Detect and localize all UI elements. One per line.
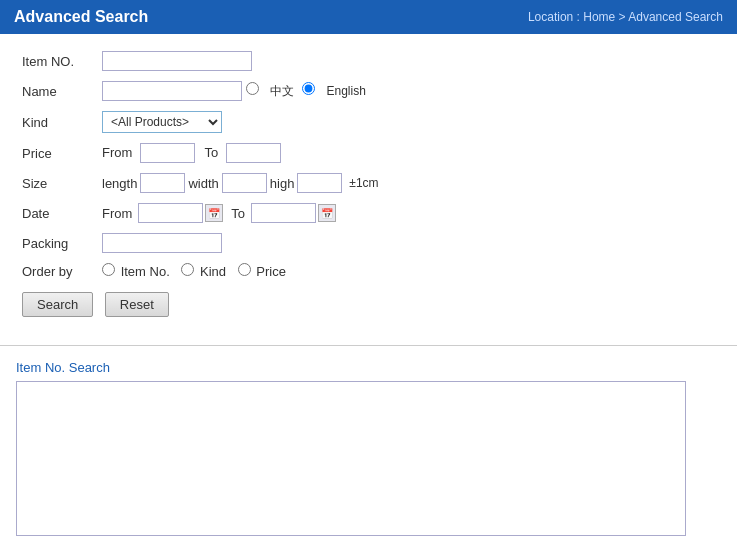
order-price-radio[interactable]	[238, 263, 251, 276]
size-group: length width high ±1cm	[102, 173, 715, 193]
date-from-calendar-icon[interactable]: 📅	[205, 204, 223, 222]
date-row: Date From 📅 To 📅	[16, 198, 721, 228]
high-label: high	[270, 176, 295, 191]
price-from-label: From	[102, 145, 132, 160]
price-label: Price	[16, 138, 96, 168]
size-row: Size length width high ±1cm	[16, 168, 721, 198]
width-input[interactable]	[222, 173, 267, 193]
item-search-textarea[interactable]	[16, 381, 686, 536]
packing-field-cell	[96, 228, 721, 258]
name-row: Name 中文 English	[16, 76, 721, 106]
date-from-label: From	[102, 206, 132, 221]
pm-label: ±1cm	[349, 176, 378, 190]
breadcrumb: Location : Home > Advanced Search	[528, 10, 723, 24]
date-to-calendar-icon[interactable]: 📅	[318, 204, 336, 222]
length-input[interactable]	[140, 173, 185, 193]
order-by-field-cell: Item No. Kind Price	[96, 258, 721, 284]
lang-english-radio[interactable]	[302, 82, 315, 95]
high-input[interactable]	[297, 173, 342, 193]
date-field-cell: From 📅 To 📅	[96, 198, 721, 228]
page-title: Advanced Search	[14, 8, 148, 26]
price-to-label: To	[205, 145, 219, 160]
date-from-input[interactable]	[138, 203, 203, 223]
lang-chinese-radio[interactable]	[246, 82, 259, 95]
width-label: width	[188, 176, 218, 191]
date-to-input[interactable]	[251, 203, 316, 223]
search-form-table: Item NO. Name 中文 English Kind	[16, 46, 721, 284]
reset-button[interactable]: Reset	[105, 292, 169, 317]
packing-row: Packing	[16, 228, 721, 258]
price-row: Price From To	[16, 138, 721, 168]
order-by-label: Order by	[16, 258, 96, 284]
price-field-cell: From To	[96, 138, 721, 168]
kind-row: Kind <All Products>	[16, 106, 721, 138]
price-to-input[interactable]	[226, 143, 281, 163]
form-button-row: Search Reset	[16, 284, 721, 325]
kind-select[interactable]: <All Products>	[102, 111, 222, 133]
name-input[interactable]	[102, 81, 242, 101]
kind-field-cell: <All Products>	[96, 106, 721, 138]
section-divider	[0, 345, 737, 346]
packing-label: Packing	[16, 228, 96, 258]
size-label: Size	[16, 168, 96, 198]
order-by-row: Order by Item No. Kind Price	[16, 258, 721, 284]
item-no-input[interactable]	[102, 51, 252, 71]
name-field-cell: 中文 English	[96, 76, 721, 106]
lang-english-label: English	[327, 84, 366, 98]
date-label: Date	[16, 198, 96, 228]
main-form-section: Item NO. Name 中文 English Kind	[0, 34, 737, 337]
item-search-section-label: Item No. Search	[16, 360, 721, 375]
page-header: Advanced Search Location : Home > Advanc…	[0, 0, 737, 34]
item-search-section: Item No. Search	[0, 354, 737, 552]
name-label: Name	[16, 76, 96, 106]
item-no-label: Item NO.	[16, 46, 96, 76]
kind-label: Kind	[16, 106, 96, 138]
order-kind-label: Kind	[200, 264, 226, 279]
lang-chinese-label: 中文	[270, 84, 294, 98]
date-to-label: To	[231, 206, 245, 221]
item-no-field-cell	[96, 46, 721, 76]
size-field-cell: length width high ±1cm	[96, 168, 721, 198]
date-group: From 📅 To 📅	[102, 203, 715, 223]
length-label: length	[102, 176, 137, 191]
order-kind-radio[interactable]	[181, 263, 194, 276]
order-itemno-radio[interactable]	[102, 263, 115, 276]
price-from-input[interactable]	[140, 143, 195, 163]
search-button[interactable]: Search	[22, 292, 93, 317]
order-price-label: Price	[256, 264, 286, 279]
order-itemno-label: Item No.	[121, 264, 170, 279]
packing-input[interactable]	[102, 233, 222, 253]
item-no-row: Item NO.	[16, 46, 721, 76]
